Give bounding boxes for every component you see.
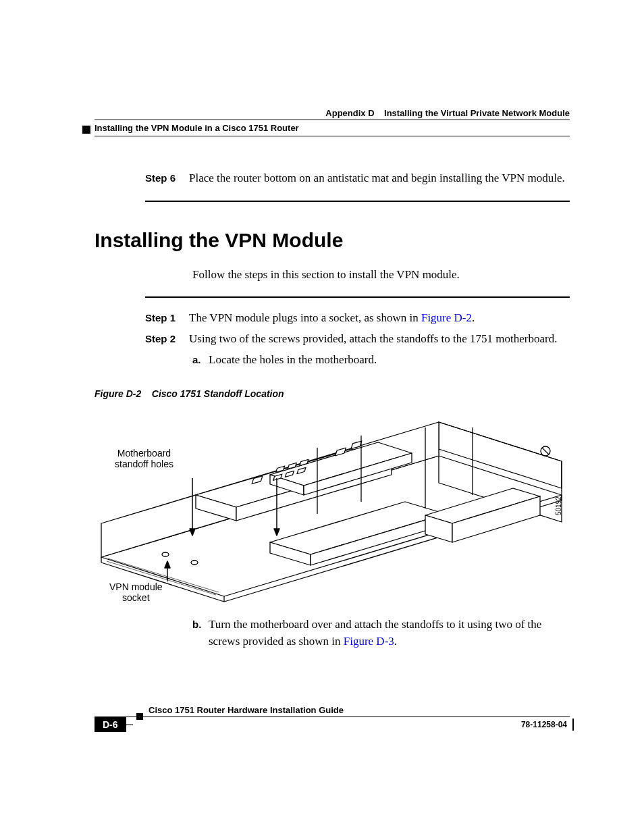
step-2-text: Using two of the screws provided, attach… — [189, 331, 570, 348]
svg-line-39 — [542, 448, 549, 454]
figure-d2-link[interactable]: Figure D-2 — [421, 311, 472, 324]
step-1-post: . — [472, 311, 475, 324]
figure-id: 50192 — [555, 496, 562, 515]
step-1-text: The VPN module plugs into a socket, as s… — [189, 310, 570, 327]
svg-point-36 — [162, 552, 169, 556]
figure-d2-image: Motherboardstandoff holes VPN modulesock… — [95, 407, 567, 603]
footer-doc-title: Cisco 1751 Router Hardware Installation … — [95, 705, 570, 717]
step-1-pre: The VPN module plugs into a socket, as s… — [189, 311, 421, 324]
divider-rule — [145, 296, 570, 298]
substep-a-text: Locate the holes in the motherboard. — [209, 352, 570, 369]
figure-d2-caption: Figure D-2 Cisco 1751 Standoff Location — [95, 388, 570, 399]
step-2-label: Step 2 — [145, 331, 189, 348]
section-heading: Installing the VPN Module — [95, 229, 570, 252]
callout-vpn-socket: VPN modulesocket — [109, 581, 163, 603]
document-number: 78-11258-04 — [521, 720, 570, 729]
substep-b-text: Turn the motherboard over and attach the… — [209, 617, 570, 650]
substep-b-post: . — [394, 635, 397, 648]
svg-marker-45 — [165, 561, 170, 568]
substep-b-label: b. — [192, 617, 209, 650]
step-1-label: Step 1 — [145, 310, 189, 327]
figure-d3-link[interactable]: Figure D-3 — [344, 635, 394, 648]
svg-point-37 — [191, 561, 198, 565]
substep-a-label: a. — [192, 352, 209, 369]
svg-marker-41 — [190, 529, 195, 536]
section-intro: Follow the steps in this section to inst… — [192, 267, 570, 284]
svg-marker-43 — [274, 529, 279, 536]
divider-rule — [145, 201, 570, 202]
callout-standoff-holes: Motherboardstandoff holes — [115, 448, 173, 469]
header-section-title: Installing the VPN Module in a Cisco 175… — [95, 123, 570, 136]
page-number: D-6 — [95, 717, 126, 732]
step-6-label: Step 6 — [145, 170, 189, 187]
step-6-text: Place the router bottom on an antistatic… — [189, 170, 570, 187]
header-appendix-title: Appendix D Installing the Virtual Privat… — [95, 108, 570, 118]
